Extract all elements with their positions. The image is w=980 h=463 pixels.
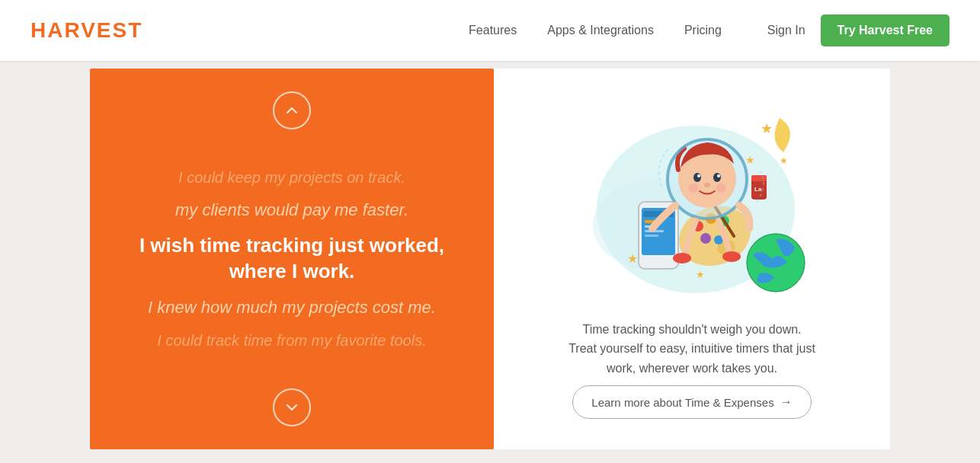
svg-point-36 bbox=[704, 183, 710, 187]
tagline-2: my clients would pay me faster. bbox=[175, 200, 408, 222]
svg-point-26 bbox=[700, 233, 711, 244]
right-description: Time tracking shouldn't weigh you down. … bbox=[555, 320, 829, 378]
svg-rect-19 bbox=[645, 235, 658, 237]
svg-point-35 bbox=[717, 174, 720, 177]
tagline-3: I knew how much my projects cost me. bbox=[148, 297, 436, 319]
try-harvest-free-button[interactable]: Try Harvest Free bbox=[821, 14, 950, 46]
scroll-up-button[interactable] bbox=[273, 91, 311, 129]
nav-apps-integrations[interactable]: Apps & Integrations bbox=[547, 24, 654, 37]
desc-line-1: Time tracking shouldn't weigh you down. bbox=[555, 320, 829, 340]
svg-rect-8 bbox=[751, 175, 767, 181]
arrow-right-icon: → bbox=[780, 395, 793, 409]
hero-illustration: ★ ★ ★ ★ ★ La bbox=[562, 84, 821, 312]
svg-point-34 bbox=[697, 174, 700, 177]
nav-features[interactable]: Features bbox=[469, 24, 517, 37]
svg-point-37 bbox=[689, 184, 698, 193]
svg-text:★: ★ bbox=[627, 252, 638, 265]
tagline-4: I could track time from my favorite tool… bbox=[157, 330, 426, 350]
sign-in-link[interactable]: Sign In bbox=[767, 24, 805, 37]
svg-point-41 bbox=[722, 251, 741, 262]
main-content: I could keep my projects on track. my cl… bbox=[90, 61, 890, 445]
tagline-1: I could keep my projects on track. bbox=[178, 168, 405, 187]
tagline-bold: I wish time tracking just worked, where … bbox=[120, 233, 463, 285]
left-panel: I could keep my projects on track. my cl… bbox=[90, 69, 494, 449]
svg-point-40 bbox=[673, 253, 691, 263]
tagline-stack: I could keep my projects on track. my cl… bbox=[120, 129, 463, 388]
svg-text:★: ★ bbox=[780, 155, 788, 166]
svg-text:★: ★ bbox=[696, 269, 705, 280]
svg-point-32 bbox=[693, 173, 701, 182]
learn-more-label: Learn more about Time & Expenses bbox=[591, 396, 773, 409]
desc-line-2: Treat yourself to easy, intuitive timers… bbox=[555, 339, 829, 378]
learn-more-button[interactable]: Learn more about Time & Expenses → bbox=[572, 385, 811, 419]
svg-text:★: ★ bbox=[745, 154, 755, 166]
nav-pricing[interactable]: Pricing bbox=[684, 24, 722, 37]
svg-point-33 bbox=[713, 173, 721, 182]
main-nav: Features Apps & Integrations Pricing bbox=[469, 24, 722, 37]
harvest-logo: HARVEST bbox=[30, 18, 143, 43]
svg-point-38 bbox=[716, 184, 725, 193]
scroll-down-button[interactable] bbox=[273, 388, 311, 426]
svg-text:★: ★ bbox=[761, 121, 773, 136]
svg-text:La: La bbox=[754, 186, 762, 193]
right-panel: ★ ★ ★ ★ ★ La bbox=[494, 69, 890, 449]
